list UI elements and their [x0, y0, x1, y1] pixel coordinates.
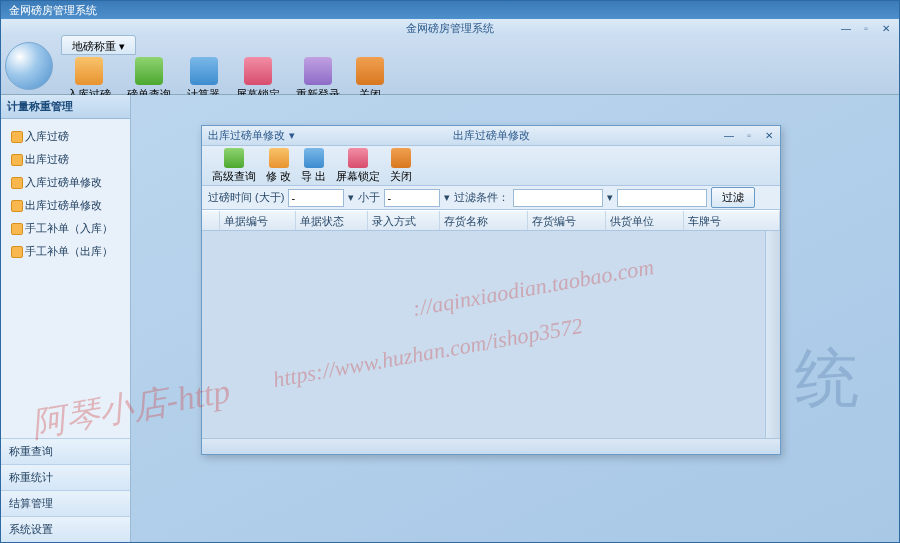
dropdown-icon[interactable]: ▾ — [348, 191, 354, 204]
filter-button[interactable]: 过滤 — [711, 187, 755, 208]
sidebar-section[interactable]: 称重统计 — [1, 464, 130, 490]
date-to-input[interactable] — [384, 189, 440, 207]
toolbar-icon — [244, 57, 272, 85]
sidebar: 计量称重管理 入库过磅出库过磅入库过磅单修改出库过磅单修改手工补单（入库）手工补… — [1, 95, 131, 542]
toolbar-icon — [190, 57, 218, 85]
filter-time-lt-label: 小于 — [358, 190, 380, 205]
subwin-tab: 出库过磅单修改 — [208, 128, 285, 143]
sidebar-section[interactable]: 系统设置 — [1, 516, 130, 542]
main-area: 系 统 计量称重管理 入库过磅出库过磅入库过磅单修改出库过磅单修改手工补单（入库… — [1, 95, 899, 542]
subwin-toolbar: 高级查询修 改导 出屏幕锁定关闭 — [202, 146, 780, 186]
sidebar-item[interactable]: 入库过磅单修改 — [3, 171, 128, 194]
toolbar-icon — [224, 148, 244, 168]
outer-titlebar[interactable]: 金网磅房管理系统 — [1, 1, 899, 19]
sidebar-item[interactable]: 入库过磅 — [3, 125, 128, 148]
close-icon[interactable]: ✕ — [879, 22, 893, 34]
sidebar-section[interactable]: 称重查询 — [1, 438, 130, 464]
toolbar-icon — [304, 148, 324, 168]
dropdown-icon: ▾ — [289, 129, 295, 142]
inner-titlebar: 金网磅房管理系统 — ▫ ✕ — [1, 19, 899, 37]
orb-button[interactable] — [5, 42, 53, 90]
toolbar-icon — [304, 57, 332, 85]
subwin-titlebar[interactable]: 出库过磅单修改 ▾ 出库过磅单修改 — ▫ ✕ — [202, 126, 780, 146]
grid-body[interactable] — [202, 231, 780, 438]
close-icon[interactable]: ✕ — [762, 130, 776, 142]
maximize-icon[interactable]: ▫ — [859, 22, 873, 34]
content-area: 出库过磅单修改 ▾ 出库过磅单修改 — ▫ ✕ 高级查询修 改导 出屏幕锁定关闭… — [131, 95, 899, 542]
app-window: 金网磅房管理系统 金网磅房管理系统 — ▫ ✕ 地磅称重 ▾ 入库过磅磅单查询计… — [0, 0, 900, 543]
subwin-statusbar — [202, 438, 780, 454]
filter-time-gt-label: 过磅时间 (大于) — [208, 190, 284, 205]
tool-导 出[interactable]: 导 出 — [297, 146, 330, 186]
app-title: 金网磅房管理系统 — [9, 3, 97, 18]
tool-关闭[interactable]: 关闭 — [386, 146, 416, 186]
column-header[interactable]: 存货名称 — [440, 211, 528, 230]
dropdown-icon[interactable]: ▾ — [607, 191, 613, 204]
sidebar-item[interactable]: 出库过磅 — [3, 148, 128, 171]
tool-高级查询[interactable]: 高级查询 — [208, 146, 260, 186]
date-from-input[interactable] — [288, 189, 344, 207]
sidebar-item[interactable]: 手工补单（出库） — [3, 240, 128, 263]
column-header[interactable]: 单据状态 — [296, 211, 368, 230]
toolbar-icon — [75, 57, 103, 85]
inner-title-text: 金网磅房管理系统 — [406, 21, 494, 36]
minimize-icon[interactable]: — — [722, 130, 736, 142]
sub-window: 出库过磅单修改 ▾ 出库过磅单修改 — ▫ ✕ 高级查询修 改导 出屏幕锁定关闭… — [201, 125, 781, 455]
toolbar-icon — [135, 57, 163, 85]
column-header[interactable]: 单据编号 — [220, 211, 296, 230]
data-grid: 单据编号单据状态录入方式存货名称存货编号供货单位车牌号 — [202, 210, 780, 438]
maximize-icon[interactable]: ▫ — [742, 130, 756, 142]
toolbar-icon — [391, 148, 411, 168]
filter-field-input[interactable] — [513, 189, 603, 207]
filter-bar: 过磅时间 (大于) ▾ 小于 ▾ 过滤条件： ▾ 过滤 — [202, 186, 780, 210]
filter-cond-label: 过滤条件： — [454, 190, 509, 205]
toolbar-icon — [348, 148, 368, 168]
subwin-title: 出库过磅单修改 — [453, 128, 530, 143]
minimize-icon[interactable]: — — [839, 22, 853, 34]
dropdown-icon: ▾ — [119, 40, 125, 52]
toolbar-icon — [356, 57, 384, 85]
sidebar-item[interactable]: 手工补单（入库） — [3, 217, 128, 240]
grid-header: 单据编号单据状态录入方式存货名称存货编号供货单位车牌号 — [202, 211, 780, 231]
sidebar-section[interactable]: 结算管理 — [1, 490, 130, 516]
ribbon-tab[interactable]: 地磅称重 ▾ — [61, 35, 136, 55]
column-header[interactable]: 存货编号 — [528, 211, 606, 230]
sidebar-item[interactable]: 出库过磅单修改 — [3, 194, 128, 217]
sidebar-header: 计量称重管理 — [1, 95, 130, 119]
filter-value-input[interactable] — [617, 189, 707, 207]
column-header[interactable]: 供货单位 — [606, 211, 684, 230]
column-header[interactable] — [202, 211, 220, 230]
sidebar-tree: 入库过磅出库过磅入库过磅单修改出库过磅单修改手工补单（入库）手工补单（出库） — [1, 119, 130, 438]
dropdown-icon[interactable]: ▾ — [444, 191, 450, 204]
column-header[interactable]: 录入方式 — [368, 211, 440, 230]
column-header[interactable]: 车牌号 — [684, 211, 780, 230]
tool-屏幕锁定[interactable]: 屏幕锁定 — [332, 146, 384, 186]
toolbar-icon — [269, 148, 289, 168]
tool-修 改[interactable]: 修 改 — [262, 146, 295, 186]
sidebar-bottom: 称重查询称重统计结算管理系统设置 — [1, 438, 130, 542]
ribbon: 地磅称重 ▾ 入库过磅磅单查询计算器屏幕锁定重新登录关闭 — [1, 37, 899, 95]
